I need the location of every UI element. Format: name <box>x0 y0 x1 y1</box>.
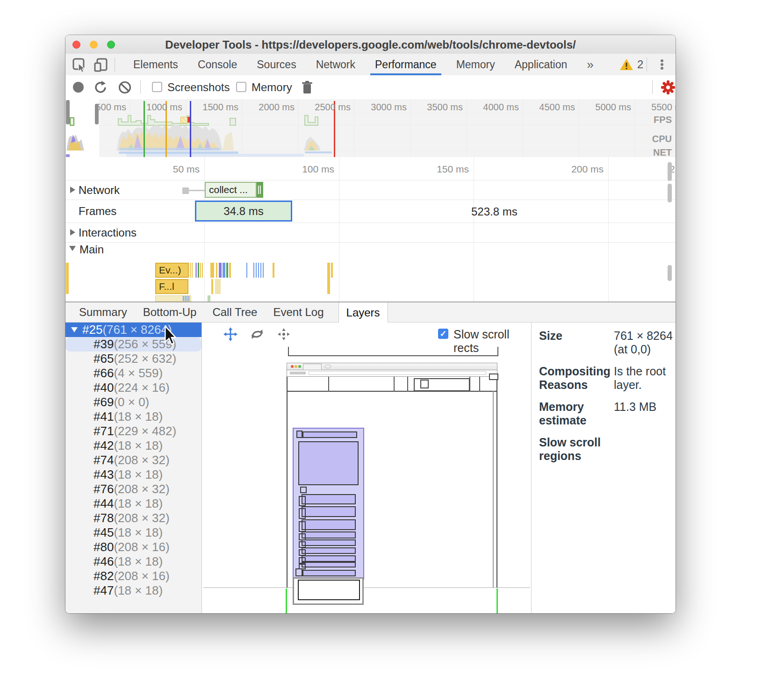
main-activity-tick <box>190 263 191 278</box>
window-titlebar[interactable]: Developer Tools - https://developers.goo… <box>65 35 676 54</box>
console-warnings[interactable]: 2 <box>619 58 643 71</box>
purple-row-square <box>299 521 306 532</box>
record-button[interactable] <box>73 82 84 93</box>
main-event-bar[interactable]: Ev...) <box>155 263 189 278</box>
purple-row-bar <box>302 531 356 539</box>
overview-ruler-label: 1500 ms <box>202 102 238 113</box>
layer-id: #43 <box>94 467 114 481</box>
layer-id: #25 <box>82 323 102 337</box>
main-activity-tick <box>258 263 259 278</box>
layer-tree-row[interactable]: #66(4 × 559) <box>65 366 201 381</box>
main-activity-tick <box>210 263 214 278</box>
network-request-bar[interactable]: collect ... <box>205 182 257 198</box>
selection-right-handle[interactable] <box>95 104 99 124</box>
layer-size: (0 × 0) <box>114 395 149 409</box>
purple-row-square <box>299 496 306 506</box>
layer-tree-row[interactable]: #76(208 × 32) <box>65 482 201 496</box>
network-expand-icon[interactable] <box>70 187 75 193</box>
layer-id: #45 <box>94 525 114 539</box>
scrollbar-thumb[interactable] <box>668 162 672 181</box>
memory-checkbox[interactable] <box>236 82 246 92</box>
detail-tab-summary[interactable]: Summary <box>78 302 128 322</box>
layer-tree-row[interactable]: #25(761 × 8264) <box>65 323 201 337</box>
clear-icon[interactable] <box>118 80 132 94</box>
layer-tree-row[interactable]: #80(208 × 16) <box>65 540 201 554</box>
purple-row-bar <box>302 570 356 576</box>
selection-left-handle[interactable] <box>66 100 70 124</box>
more-tabs-icon[interactable]: » <box>586 54 594 75</box>
layer-tree-row[interactable]: #41(18 × 18) <box>65 409 201 424</box>
layer-id: #74 <box>94 453 114 467</box>
selected-frame[interactable]: 34.8 ms <box>195 201 292 222</box>
purple-row-square <box>295 568 302 576</box>
layer-tree-row[interactable]: #45(18 × 18) <box>65 525 201 540</box>
detail-tab-call-tree[interactable]: Call Tree <box>211 302 258 322</box>
overview-ruler-label: 4500 ms <box>539 102 575 113</box>
layer-tree-row[interactable]: #46(18 × 18) <box>65 554 201 569</box>
trash-icon[interactable] <box>301 80 314 94</box>
tab-performance[interactable]: Performance <box>374 54 438 75</box>
layer-canvas[interactable]: ✓ Slow scroll rects ✓ Paints <box>202 323 532 613</box>
more-options-icon[interactable] <box>660 58 664 72</box>
pan-mode-icon[interactable] <box>223 327 237 341</box>
screenshots-checkbox[interactable] <box>152 82 162 92</box>
tab-elements[interactable]: Elements <box>132 54 179 75</box>
reset-view-icon[interactable] <box>277 327 291 341</box>
main-function-bar[interactable]: F...l <box>155 279 188 294</box>
flame-gridline <box>608 157 609 302</box>
track-interactions-label: Interactions <box>79 226 137 239</box>
rotate-mode-icon[interactable] <box>250 327 264 341</box>
main-activity-tick <box>208 295 210 302</box>
detail-tab-bottom-up[interactable]: Bottom-Up <box>142 302 198 322</box>
layer-tree-row[interactable]: #40(224 × 16) <box>65 381 201 395</box>
layer-tree-row[interactable]: #65(252 × 632) <box>65 352 201 366</box>
network-request-stem <box>189 190 205 191</box>
main-collapse-icon[interactable] <box>69 246 76 251</box>
layer-tree-row[interactable]: #43(18 × 18) <box>65 467 201 482</box>
layer-tree-row[interactable]: #71(229 × 482) <box>65 424 201 438</box>
slow-scroll-rects-checkbox[interactable]: ✓ <box>438 329 448 339</box>
track-network-label: Network <box>79 184 120 197</box>
scrollbar-thumb[interactable] <box>668 265 672 281</box>
tab-network[interactable]: Network <box>315 54 356 75</box>
layer-tree-row[interactable]: #39(256 × 559) <box>65 337 201 352</box>
tab-console[interactable]: Console <box>197 54 238 75</box>
layer-tree-row[interactable]: #42(18 × 18) <box>65 438 201 453</box>
layer-tree-row[interactable]: #47(18 × 18) <box>65 583 201 598</box>
detail-tab-event-log[interactable]: Event Log <box>272 302 324 322</box>
main-activity-tick <box>273 263 274 278</box>
device-toolbar-icon[interactable] <box>94 57 108 72</box>
flame-chart[interactable]: 50 ms100 ms150 ms200 ms 2 Network collec… <box>65 157 676 302</box>
wireframe-shape <box>300 487 307 493</box>
reload-icon[interactable] <box>94 80 108 94</box>
layer-tree-row[interactable]: #78(208 × 32) <box>65 511 201 525</box>
purple-row-bar <box>302 494 356 504</box>
main-activity-tick <box>202 263 203 278</box>
detail-tab-layers[interactable]: Layers <box>338 302 388 323</box>
tab-application[interactable]: Application <box>514 54 568 75</box>
toolbar-divider <box>115 57 115 72</box>
layer-tree-row[interactable]: #69(0 × 0) <box>65 395 201 409</box>
wireframe-shape <box>296 431 302 438</box>
wireframe-shape <box>298 580 360 600</box>
main-sub-bar[interactable] <box>155 295 191 302</box>
tab-memory[interactable]: Memory <box>455 54 496 75</box>
layer-tree-row[interactable]: #82(208 × 16) <box>65 569 201 583</box>
layer-tree-row[interactable]: #74(208 × 32) <box>65 453 201 467</box>
interactions-expand-icon[interactable] <box>70 229 75 236</box>
purple-row-bar <box>302 562 356 567</box>
overview-ruler-label: 1000 ms <box>146 102 182 113</box>
devtools-window: Developer Tools - https://developers.goo… <box>65 35 676 613</box>
collapse-icon[interactable] <box>71 327 78 332</box>
timeline-overview[interactable]: 500 ms1000 ms1500 ms2000 ms2500 ms3000 m… <box>65 99 676 157</box>
wireframe-shape <box>469 377 470 392</box>
wireframe-shape <box>302 431 357 438</box>
capture-settings-gear-icon[interactable] <box>660 79 676 95</box>
layer-tree-row[interactable]: #44(18 × 18) <box>65 496 201 511</box>
purple-row-bar <box>302 519 356 530</box>
screenshots-label: Screenshots <box>167 81 230 94</box>
tab-sources[interactable]: Sources <box>256 54 297 75</box>
inspect-element-icon[interactable] <box>72 57 87 72</box>
fps-lane-label: FPS <box>654 115 672 125</box>
scrollbar-thumb[interactable] <box>668 184 672 202</box>
